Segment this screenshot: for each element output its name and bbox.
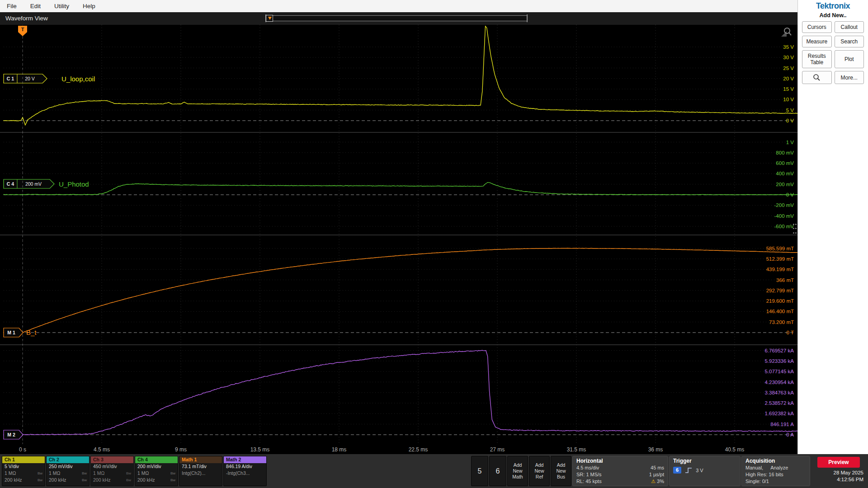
ch1-handle-badge[interactable]: C 120 V — [4, 74, 47, 83]
math1-tick-label: 292.799 mT — [766, 288, 794, 293]
ch4-tick-label: 400 mV — [776, 171, 794, 176]
trigger-marker[interactable]: T — [18, 26, 27, 36]
ch4-tick-label: 1 V — [786, 140, 794, 145]
waveform-view-titlebar: Waveform View — [0, 12, 797, 25]
menu-bar: File Edit Utility Help — [0, 0, 797, 12]
time-tick-label: 36 ms — [648, 446, 663, 453]
callout-button[interactable]: Callout — [835, 21, 864, 33]
acquisition-panel[interactable]: Acquisition Manual, Analyze High Res: 16… — [741, 456, 810, 486]
acquisition-detail: High Res: 16 bits — [745, 471, 783, 478]
cursors-button[interactable]: Cursors — [802, 21, 832, 33]
math1-tick-label: 512.399 mT — [766, 256, 794, 262]
ch1-tick-label: 5 V — [786, 108, 794, 113]
preview-button[interactable]: Preview — [817, 457, 860, 468]
trigger-panel[interactable]: Trigger 6 3 V — [669, 456, 741, 486]
ch4-trace — [3, 183, 797, 195]
channel-badge-ch1[interactable]: Ch 1 5 V/div 1 MΩBw 200 kHzBw — [2, 456, 45, 486]
ch1-tick-label: 10 V — [783, 97, 794, 102]
ch1-tick-label: 30 V — [783, 55, 794, 60]
math-name: Math 1 — [179, 456, 222, 463]
math1-trace — [3, 248, 797, 333]
time-tick-label: 18 ms — [332, 446, 347, 453]
math1-badge[interactable]: Math 1 73.1 mT/div Intg(Ch2)... — [179, 456, 222, 486]
panel-splitter-handle[interactable] — [793, 224, 797, 235]
waveform-plot-area[interactable]: 0 s4.5 ms9 ms13.5 ms18 ms22.5 ms27 ms31.… — [0, 25, 797, 454]
more-button[interactable]: More... — [835, 71, 864, 84]
horizontal-pan-scrollbar[interactable] — [266, 15, 527, 21]
channel6-collapsed-badge[interactable]: 6 — [489, 456, 506, 486]
record-length: RL: 45 kpts — [576, 478, 602, 485]
channel-bandwidth: 200 kHz — [93, 477, 111, 483]
math-name: Math 2 — [224, 456, 266, 463]
acquisition-analyze: Analyze — [770, 465, 788, 471]
bandwidth-icon: Bw — [82, 477, 87, 483]
time-tick-label: 40.5 ms — [725, 446, 745, 453]
ch1-tick-label: 25 V — [783, 66, 794, 71]
add-new-math-button[interactable]: Add New Math — [507, 456, 528, 486]
channel-impedance: 1 MΩ — [137, 470, 149, 477]
zoom-tool-icon[interactable] — [780, 27, 792, 40]
bandwidth-icon: Bw — [82, 470, 87, 477]
page-title[interactable]: Waveform View — [5, 15, 48, 22]
channel-scale: 200 mV/div — [135, 463, 178, 470]
menu-edit[interactable]: Edit — [24, 0, 47, 12]
math1-tick-label: 146.400 mT — [766, 309, 794, 314]
ch4-wave-label: U_Photod — [59, 180, 89, 188]
plot-button[interactable]: Plot — [835, 50, 864, 68]
channel-impedance: 1 MΩ — [5, 470, 16, 477]
channel5-collapsed-badge[interactable]: 5 — [471, 456, 488, 486]
horizontal-window: 45 ms — [651, 465, 664, 471]
waveform-graticule[interactable]: 0 s4.5 ms9 ms13.5 ms18 ms22.5 ms27 ms31.… — [0, 25, 797, 454]
menu-file[interactable]: File — [0, 0, 24, 12]
math-expression: Intg(Ch2)... — [182, 470, 206, 477]
math2-badge[interactable]: Math 2 846.19 A/div -Intg(Ch3... — [223, 456, 267, 486]
svg-text:T: T — [21, 27, 24, 32]
zoom-mode-button[interactable] — [802, 71, 832, 84]
channel-scale: 5 V/div — [2, 463, 45, 470]
ch1-tick-label: 35 V — [783, 44, 794, 50]
channel-name: Ch 1 — [2, 456, 45, 463]
bandwidth-icon: Bw — [170, 477, 175, 483]
math2-tick-label: 4.230954 kA — [764, 380, 794, 385]
menu-utility[interactable]: Utility — [47, 0, 76, 12]
ch4-handle-badge[interactable]: C 4200 mV — [4, 179, 54, 188]
svg-text:200 mV: 200 mV — [25, 181, 42, 187]
channel-bandwidth: 200 kHz — [49, 477, 66, 483]
math2-handle-badge[interactable]: M 2 — [4, 430, 23, 439]
channel-badge-ch2[interactable]: Ch 2 250 mV/div 1 MΩBw 200 kHzBw — [46, 456, 90, 486]
channel-badge-ch4[interactable]: Ch 4 200 mV/div 1 MΩBw 200 kHzBw — [135, 456, 178, 486]
horizontal-panel[interactable]: Horizontal 4.5 ms/div 45 ms SR: 1 MS/s 1… — [572, 456, 668, 486]
channel-badge-ch3[interactable]: Ch 3 450 mV/div 1 MΩBw 200 kHzBw — [90, 456, 134, 486]
math1-tick-label: 439.199 mT — [766, 267, 794, 272]
math1-handle-badge[interactable]: M 1 — [4, 328, 23, 337]
ch4-tick-label: 200 mV — [776, 182, 794, 187]
menu-help[interactable]: Help — [76, 0, 102, 12]
rising-edge-icon — [685, 467, 692, 474]
channel-name: Ch 3 — [91, 456, 133, 463]
trigger-source-badge: 6 — [673, 467, 681, 474]
svg-text:M 2: M 2 — [7, 432, 15, 437]
math2-tick-label: 6.769527 kA — [764, 348, 794, 353]
time-tick-label: 13.5 ms — [250, 446, 270, 453]
math-scale: 73.1 mT/div — [179, 463, 222, 470]
search-button[interactable]: Search — [835, 36, 864, 47]
ch4-tick-label: -200 mV — [774, 202, 794, 208]
math2-tick-label: 2.538572 kA — [764, 400, 794, 406]
time-tick-label: 27 ms — [490, 446, 505, 453]
svg-text:C 1: C 1 — [7, 76, 14, 81]
math1-wave-label: B_t — [26, 328, 37, 336]
add-new-ref-button[interactable]: Add New Ref — [529, 456, 550, 486]
ch4-tick-label: -400 mV — [774, 213, 794, 219]
math1-tick-label: 0 T — [787, 330, 794, 335]
expansion-point-marker[interactable] — [266, 15, 273, 22]
measure-button[interactable]: Measure — [802, 36, 832, 47]
ch1-wave-label: U_loop,coil — [61, 75, 95, 83]
time-tick-label: 0 s — [19, 446, 26, 453]
magnifier-icon — [813, 74, 821, 81]
results-table-button[interactable]: Results Table — [802, 50, 832, 68]
acquisition-mode: Manual, — [745, 465, 763, 471]
channel-name: Ch 2 — [47, 456, 89, 463]
tektronix-logo: Tektronix — [798, 1, 868, 11]
bandwidth-icon: Bw — [38, 477, 42, 483]
add-new-bus-button[interactable]: Add New Bus — [551, 456, 571, 486]
